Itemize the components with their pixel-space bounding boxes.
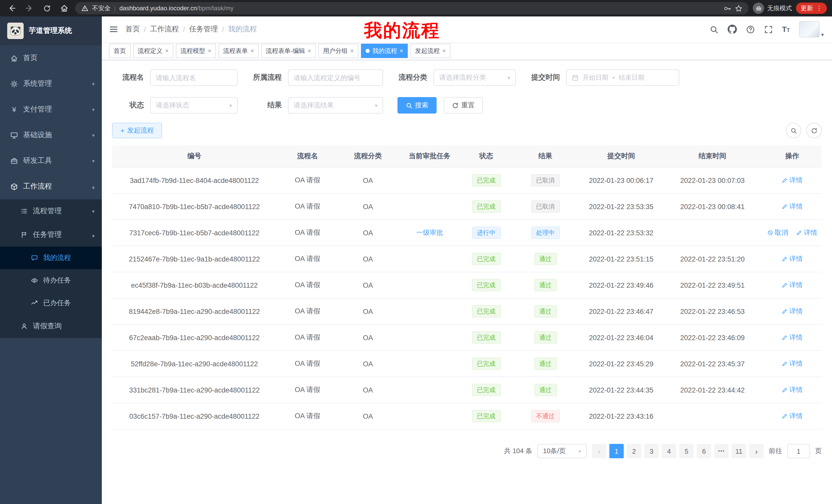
tab-my-process[interactable]: 我的流程× — [361, 44, 408, 58]
reload-icon[interactable] — [40, 2, 53, 15]
tab-close-icon[interactable]: × — [350, 48, 354, 54]
cell-current-task — [397, 167, 462, 193]
sidebar-item-todo-tasks[interactable]: 待办任务 — [0, 269, 102, 292]
tab-process-form[interactable]: 流程表单× — [218, 44, 259, 58]
page-button[interactable]: 6 — [697, 444, 711, 458]
sidebar-item-devtools[interactable]: 研发工具 ▾ — [0, 148, 102, 174]
address-separator: | — [114, 5, 116, 12]
page-button[interactable]: 2 — [627, 444, 641, 458]
home-icon[interactable] — [58, 2, 71, 15]
cancel-link[interactable]: 取消 — [767, 228, 788, 237]
github-icon[interactable] — [727, 25, 737, 34]
table-toolbar: + 发起流程 — [112, 123, 822, 138]
start-process-button[interactable]: + 发起流程 — [112, 123, 162, 138]
forward-icon[interactable] — [23, 2, 36, 15]
detail-link[interactable]: 详情 — [782, 254, 803, 263]
category-select[interactable]: 请选择流程分类 ▾ — [434, 69, 516, 86]
detail-link[interactable]: 详情 — [782, 359, 803, 368]
tab-process-form-edit[interactable]: 流程表单-编辑× — [261, 44, 316, 58]
hamburger-icon[interactable] — [102, 25, 126, 34]
detail-link[interactable]: 详情 — [782, 176, 803, 185]
sidebar-item-system[interactable]: 系统管理 ▾ — [0, 71, 102, 96]
help-icon[interactable] — [746, 25, 755, 34]
user-menu[interactable]: ▾ — [799, 21, 824, 37]
tab-home[interactable]: 首页 — [109, 44, 131, 58]
bookmark-star-icon[interactable] — [735, 4, 743, 12]
result-badge: 通过 — [534, 384, 557, 396]
toggle-search-button[interactable] — [786, 123, 801, 138]
tab-close-icon[interactable]: × — [399, 48, 403, 54]
status-select[interactable]: 请选择状态 ▾ — [150, 97, 238, 114]
page-button[interactable]: 4 — [662, 444, 676, 458]
sidebar-item-done-tasks[interactable]: 已办任务 — [0, 292, 102, 314]
page-button[interactable]: 5 — [679, 444, 694, 458]
gear-icon — [10, 80, 18, 88]
tab-close-icon[interactable]: × — [251, 48, 254, 54]
tab-close-icon[interactable]: × — [442, 48, 446, 54]
process-name-input[interactable] — [150, 69, 238, 86]
current-task-link[interactable]: 一级审批 — [416, 228, 443, 237]
cell-end-time: 2022-01-22 23:49:51 — [662, 272, 762, 298]
sidebar-item-payment[interactable]: ¥ 支付管理 ▾ — [0, 96, 102, 122]
chrome-update-button[interactable]: 更新 ⋮ — [796, 3, 827, 14]
key-icon[interactable] — [724, 4, 731, 12]
detail-link[interactable]: 详情 — [782, 385, 803, 395]
status-badge: 已完成 — [472, 305, 501, 317]
list-icon — [21, 207, 28, 215]
sidebar-item-infra[interactable]: 基础设施 ▾ — [0, 122, 102, 148]
breadcrumb-workflow[interactable]: 工作流程 — [150, 25, 179, 34]
result-badge: 通过 — [534, 253, 557, 265]
tab-close-icon[interactable]: × — [208, 48, 211, 54]
result-select[interactable]: 请选择流结果 ▾ — [288, 97, 383, 114]
breadcrumb-home[interactable]: 首页 — [126, 25, 140, 34]
process-def-input[interactable] — [288, 69, 383, 86]
sidebar-item-home[interactable]: 首页 — [0, 45, 102, 71]
result-badge: 通过 — [534, 358, 557, 370]
tab-process-model[interactable]: 流程模型× — [176, 44, 216, 58]
goto-suffix: 页 — [815, 446, 822, 456]
total-count: 共 104 条 — [504, 446, 532, 456]
page-button[interactable]: 1 — [609, 444, 624, 458]
refresh-button[interactable] — [806, 123, 822, 138]
submit-time-range-picker[interactable]: 开始日期 - 结束日期 — [566, 69, 679, 86]
sidebar-item-workflow[interactable]: 工作流程 ▴ — [0, 174, 102, 199]
sidebar-item-my-process[interactable]: 我的流程 — [0, 247, 102, 269]
back-icon[interactable] — [5, 2, 19, 15]
detail-link[interactable]: 详情 — [782, 202, 803, 211]
sidebar-item-task-mgmt[interactable]: 任务管理 ▴ — [0, 223, 102, 247]
page-size-select[interactable]: 10条/页 ▾ — [537, 444, 587, 458]
tab-start-process[interactable]: 发起流程× — [410, 44, 450, 58]
search-icon[interactable] — [709, 25, 718, 34]
detail-link[interactable]: 详情 — [782, 307, 803, 316]
address-bar[interactable]: 不安全 | dashboard.yudao.iocoder.cn/bpm/tas… — [75, 2, 749, 15]
annotation-title: 我的流程 — [364, 19, 440, 43]
tab-user-group[interactable]: 用户分组× — [318, 44, 358, 58]
page-button[interactable]: 3 — [644, 444, 659, 458]
sidebar-item-process-mgmt[interactable]: 流程管理 ▾ — [0, 199, 102, 223]
cell-current-task — [397, 325, 462, 351]
more-pages-button[interactable]: ••• — [714, 444, 729, 458]
breadcrumb-task-mgmt[interactable]: 任务管理 — [189, 25, 218, 34]
prev-page-button[interactable]: ‹ — [592, 444, 606, 458]
tab-process-definition[interactable]: 流程定义× — [133, 44, 173, 58]
detail-link[interactable]: 详情 — [782, 281, 803, 290]
reset-button[interactable]: 重置 — [444, 97, 483, 114]
sidebar-item-leave-query[interactable]: 请假查询 — [0, 314, 102, 338]
fullscreen-icon[interactable] — [764, 25, 773, 34]
page-button[interactable]: 11 — [732, 444, 746, 458]
next-page-button[interactable]: › — [749, 444, 763, 458]
chevron-down-icon: ▾ — [92, 132, 95, 138]
edit-icon — [782, 256, 788, 262]
font-size-icon[interactable]: TT — [782, 25, 790, 34]
workflow-submenu: 流程管理 ▾ 任务管理 ▴ 我的流程 待办任务 已办任务 — [0, 199, 102, 338]
tab-close-icon[interactable]: × — [308, 48, 311, 54]
search-button[interactable]: 搜索 — [397, 97, 437, 114]
cell-submit-time: 2022-01-22 23:45:29 — [580, 351, 662, 377]
detail-link[interactable]: 详情 — [782, 412, 803, 421]
chrome-menu-icon[interactable]: ⋮ — [816, 5, 822, 12]
tab-close-icon[interactable]: × — [165, 48, 169, 54]
avatar[interactable] — [799, 21, 820, 37]
detail-link[interactable]: 详情 — [796, 228, 817, 237]
goto-page-input[interactable] — [787, 444, 810, 458]
detail-link[interactable]: 详情 — [782, 333, 803, 342]
